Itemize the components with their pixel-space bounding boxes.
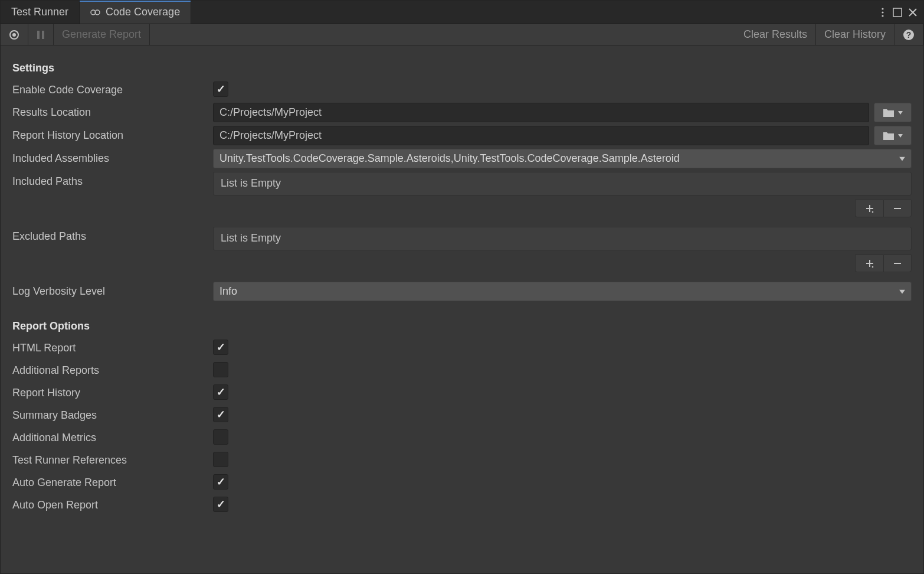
svg-point-3 [882,11,883,13]
clear-results-button[interactable]: Clear Results [735,24,816,45]
additional-reports-checkbox[interactable] [213,362,228,377]
included-paths-add-button[interactable] [855,200,883,217]
enable-coverage-checkbox[interactable] [213,81,228,97]
svg-rect-10 [37,31,40,39]
auto-open-label: Auto Open Report [12,495,213,511]
included-assemblies-label: Included Assemblies [12,149,213,165]
pause-button[interactable] [28,24,54,45]
excluded-paths-label: Excluded Paths [12,227,213,243]
test-runner-refs-label: Test Runner References [12,451,213,467]
help-button[interactable]: ? [894,24,923,45]
svg-rect-11 [42,31,44,39]
code-coverage-window: Test Runner Code Coverage [0,0,924,574]
tab-label: Code Coverage [106,6,180,18]
log-verbosity-label: Log Verbosity Level [12,282,213,298]
report-options-heading: Report Options [12,320,912,332]
generate-report-label: Generate Report [62,28,141,41]
html-report-checkbox[interactable] [213,340,228,355]
chevron-down-icon [899,289,905,293]
tab-bar: Test Runner Code Coverage [1,1,923,24]
settings-heading: Settings [12,62,912,74]
auto-generate-checkbox[interactable] [213,474,228,490]
clear-history-button[interactable]: Clear History [816,24,894,45]
test-runner-refs-checkbox[interactable] [213,452,228,467]
generate-report-button[interactable]: Generate Report [54,24,150,45]
record-button[interactable] [1,24,28,45]
coverage-icon [90,7,101,18]
chevron-down-icon [899,156,905,161]
log-verbosity-dropdown[interactable]: Info [213,282,912,301]
additional-metrics-checkbox[interactable] [213,429,228,445]
auto-generate-label: Auto Generate Report [12,473,213,489]
toolbar: Generate Report Clear Results Clear Hist… [1,24,923,45]
included-paths-list[interactable]: List is Empty [213,172,912,195]
included-paths-label: Included Paths [12,172,213,188]
svg-point-9 [12,33,16,37]
history-location-input[interactable]: C:/Projects/MyProject [213,126,869,145]
log-verbosity-value: Info [219,285,237,298]
tab-code-coverage[interactable]: Code Coverage [80,1,191,24]
excluded-paths-remove-button[interactable] [883,255,912,272]
history-location-browse-button[interactable] [874,126,912,145]
report-history-label: Report History [12,383,213,399]
additional-metrics-label: Additional Metrics [12,428,213,444]
results-location-label: Results Location [12,103,213,119]
content-area: Settings Enable Code Coverage Results Lo… [1,45,923,573]
included-assemblies-value: Unity.TestTools.CodeCoverage.Sample.Aste… [219,152,680,165]
html-report-label: HTML Report [12,338,213,354]
svg-rect-5 [893,8,902,17]
svg-point-4 [882,15,883,17]
additional-reports-label: Additional Reports [12,361,213,377]
clear-history-label: Clear History [824,28,886,41]
excluded-paths-add-button[interactable] [855,255,883,272]
clear-results-label: Clear Results [743,28,807,41]
history-location-label: Report History Location [12,126,213,142]
window-controls [879,1,923,24]
close-icon[interactable] [908,8,918,17]
summary-badges-label: Summary Badges [12,406,213,422]
svg-point-20 [871,266,873,268]
excluded-paths-list[interactable]: List is Empty [213,227,912,250]
results-location-input[interactable]: C:/Projects/MyProject [213,103,869,122]
included-paths-remove-button[interactable] [883,200,912,217]
maximize-icon[interactable] [893,8,902,17]
tab-label: Test Runner [11,6,68,18]
svg-text:?: ? [906,30,912,40]
svg-point-16 [871,211,873,213]
kebab-menu-icon[interactable] [879,8,887,17]
auto-open-checkbox[interactable] [213,497,228,512]
results-location-browse-button[interactable] [874,103,912,122]
report-history-checkbox[interactable] [213,384,228,400]
summary-badges-checkbox[interactable] [213,407,228,422]
included-assemblies-dropdown[interactable]: Unity.TestTools.CodeCoverage.Sample.Aste… [213,149,912,168]
svg-point-2 [882,8,883,9]
enable-coverage-label: Enable Code Coverage [12,80,213,96]
tab-test-runner[interactable]: Test Runner [1,1,80,24]
